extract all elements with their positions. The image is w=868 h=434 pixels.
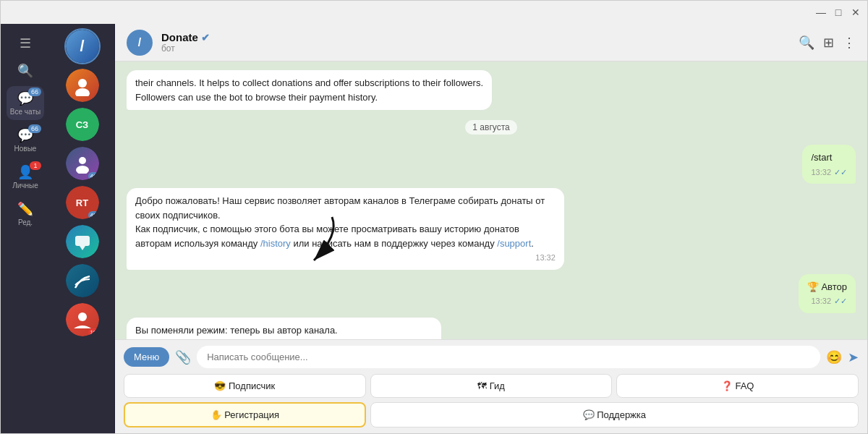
message-time-3: 13:32 [535, 252, 556, 264]
chat-avatar-8[interactable]: 19 [66, 303, 99, 336]
chat-header-subtitle: бот [161, 43, 790, 54]
main-chat: / Donate ✔ бот 🔍 ⊞ ⋮ [115, 24, 867, 433]
sidebar-item-search[interactable]: 🔍 [7, 59, 44, 83]
sidebar-item-new[interactable]: 66 💬 Новые [7, 123, 44, 157]
avatar-img-3: СЗ [66, 108, 99, 141]
message-text-3: Добро пожаловать! Наш сервис позволяет а… [135, 195, 545, 249]
message-bubble-2: /start 13:32 ✓✓ [802, 145, 856, 184]
close-button[interactable]: ✕ [850, 7, 861, 18]
verified-icon: ✔ [201, 32, 210, 43]
minimize-button[interactable]: — [815, 7, 827, 18]
quick-reply-register[interactable]: ✋ Регистрация [124, 402, 366, 427]
edit-label: Ред. [18, 218, 33, 226]
sidebar-item-menu[interactable]: ☰ [7, 31, 44, 56]
chat-avatar-1[interactable]: / [66, 30, 99, 63]
sidebar-item-all-chats[interactable]: 66 💬 Все чаты [7, 86, 44, 120]
chat-avatar-3[interactable]: СЗ [66, 108, 99, 141]
all-chats-badge: 66 [28, 88, 41, 96]
menu-icon: ☰ [20, 35, 31, 51]
message-check-4: ✓✓ [834, 295, 847, 307]
sidebar-item-personal[interactable]: 1 👤 Личные [7, 160, 44, 194]
date-badge: 1 августа [465, 120, 516, 135]
avatar-img-7 [66, 264, 99, 297]
message-row-4: 🏆 Автор 13:32 ✓✓ [127, 274, 856, 313]
chat-avatar-2[interactable] [66, 69, 99, 102]
title-bar: — □ ✕ [1, 1, 867, 24]
chat-avatar-7[interactable] [66, 264, 99, 297]
quick-replies: 😎 Подписчик 🗺 Гид ❓ FAQ ✋ Регистрация 💬 … [115, 374, 867, 433]
message-time-4: 13:32 [811, 295, 831, 307]
search-icon: 🔍 [17, 63, 33, 79]
message-check-2: ✓✓ [834, 166, 847, 179]
message-input[interactable] [197, 346, 820, 368]
maximize-button[interactable]: □ [833, 7, 844, 18]
send-button[interactable]: ➤ [848, 349, 859, 365]
edit-icon: ✏️ [17, 201, 33, 217]
quick-reply-subscriber[interactable]: 😎 Подписчик [124, 374, 366, 398]
app-window: — □ ✕ ☰ 🔍 66 💬 Все чаты 66 💬 Новые 1 [0, 0, 868, 434]
chat-header-name: Donate ✔ [161, 31, 790, 43]
message-text-5: Вы поменяли режим: теперь вы автор канал… [135, 325, 433, 340]
message-time-2: 13:32 [811, 166, 831, 179]
message-row-3: Добро пожаловать! Наш сервис позволяет а… [127, 188, 856, 270]
attach-button[interactable]: 📎 [175, 349, 191, 365]
chat-header-actions: 🔍 ⊞ ⋮ [799, 35, 856, 51]
link-support[interactable]: /support [497, 238, 531, 249]
messages-area: their channels. It helps to collect dona… [115, 61, 867, 339]
date-divider: 1 августа [127, 120, 856, 135]
sidebar-item-edit[interactable]: ✏️ Ред. [7, 197, 44, 231]
link-guide[interactable]: /guide [252, 339, 278, 339]
header-columns-icon[interactable]: ⊞ [823, 35, 834, 51]
avatar-5-badge: 45 [88, 211, 99, 219]
svg-marker-5 [80, 246, 85, 250]
svg-point-0 [78, 79, 87, 88]
new-badge: 66 [28, 124, 41, 133]
quick-reply-support[interactable]: 💬 Поддержка [370, 402, 859, 427]
input-row: Меню 📎 😊 ➤ [115, 340, 867, 374]
message-bubble-3: Добро пожаловать! Наш сервис позволяет а… [127, 188, 564, 270]
input-area: Меню 📎 😊 ➤ 😎 Подписчик 🗺 Гид ❓ FAQ ✋ Рег… [115, 339, 867, 433]
chat-name-text: Donate [161, 31, 198, 43]
quick-reply-faq[interactable]: ❓ FAQ [616, 374, 859, 398]
personal-badge: 1 [30, 161, 41, 170]
message-bubble-1: their channels. It helps to collect dona… [127, 70, 492, 110]
chat-avatar-5[interactable]: RT 45 [66, 186, 99, 219]
svg-point-6 [78, 312, 87, 321]
chat-avatar-6[interactable] [66, 225, 99, 258]
chat-avatar-4[interactable]: 40 [66, 147, 99, 180]
avatar-8-badge: 19 [88, 328, 99, 336]
message-meta-2: 13:32 ✓✓ [811, 166, 847, 179]
emoji-button[interactable]: 😊 [826, 349, 842, 365]
avatar-4-badge: 40 [88, 172, 99, 180]
message-bubble-5: Вы поменяли режим: теперь вы автор канал… [127, 318, 441, 340]
new-label: Новые [14, 145, 37, 153]
chat-header-info: Donate ✔ бот [161, 31, 790, 54]
chat-header: / Donate ✔ бот 🔍 ⊞ ⋮ [115, 24, 867, 61]
svg-point-1 [75, 88, 90, 96]
all-chats-label: Все чаты [10, 108, 41, 116]
message-text-2: /start [811, 152, 832, 163]
message-row: their channels. It helps to collect dona… [127, 70, 856, 110]
message-meta-4: 13:32 ✓✓ [807, 295, 847, 307]
menu-button[interactable]: Меню [124, 347, 169, 367]
avatar-img-6 [66, 225, 99, 258]
link-history[interactable]: /history [260, 238, 291, 249]
avatar-img-1: / [66, 30, 99, 63]
chat-list-panel: / СЗ 40 RT 45 [50, 24, 115, 433]
messages-area-wrapper: their channels. It helps to collect dona… [115, 61, 867, 339]
message-row-2: /start 13:32 ✓✓ [127, 145, 856, 184]
chat-header-avatar: / [127, 30, 153, 56]
header-search-icon[interactable]: 🔍 [799, 35, 814, 51]
personal-label: Личные [12, 182, 38, 190]
svg-rect-4 [75, 236, 90, 246]
svg-point-3 [76, 166, 89, 174]
message-bubble-4: 🏆 Автор 13:32 ✓✓ [799, 274, 856, 313]
message-row-5: Вы поменяли режим: теперь вы автор канал… [127, 318, 856, 340]
svg-point-2 [79, 157, 86, 164]
quick-reply-guide[interactable]: 🗺 Гид [370, 374, 613, 398]
message-text-4: 🏆 Автор [807, 281, 847, 292]
app-body: ☰ 🔍 66 💬 Все чаты 66 💬 Новые 1 👤 Личные [1, 24, 867, 433]
icon-sidebar: ☰ 🔍 66 💬 Все чаты 66 💬 Новые 1 👤 Личные [1, 24, 50, 433]
header-more-icon[interactable]: ⋮ [843, 35, 856, 51]
message-meta-3: 13:32 [135, 252, 556, 264]
